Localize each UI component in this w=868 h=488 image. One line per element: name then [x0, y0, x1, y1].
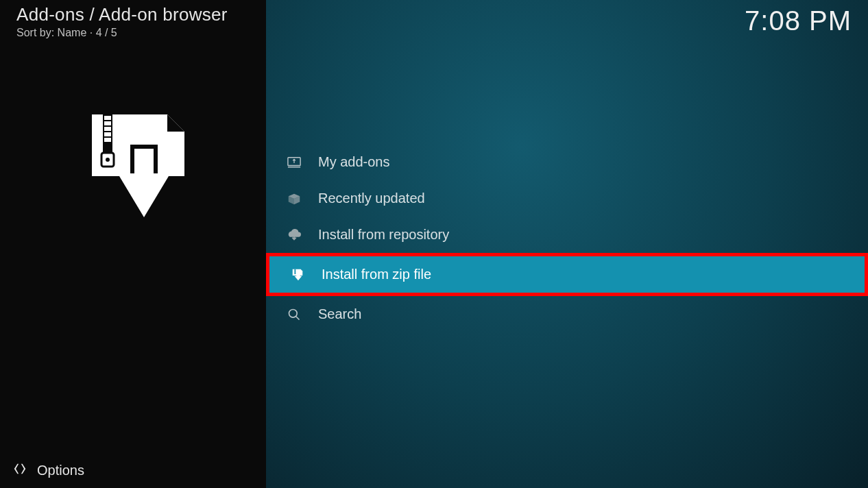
annotation-highlight: Install from zip file [266, 253, 868, 296]
zip-download-icon [289, 268, 306, 282]
search-icon [285, 308, 303, 321]
svg-rect-2 [104, 121, 111, 125]
header: Add-ons / Add-on browser Sort by: Name ·… [0, 0, 266, 39]
monitor-addon-icon [285, 156, 303, 169]
menu-item-label: Recently updated [318, 191, 425, 206]
svg-rect-1 [104, 116, 111, 120]
svg-point-17 [289, 309, 298, 317]
clock: 7:08 PM [745, 5, 852, 36]
svg-point-7 [106, 158, 110, 162]
menu-item-label: Install from zip file [322, 267, 431, 282]
sort-line: Sort by: Name · 4 / 5 [16, 27, 252, 39]
cloud-download-icon [285, 228, 303, 242]
open-box-icon [285, 191, 303, 206]
svg-rect-4 [104, 132, 111, 136]
main-panel: 7:08 PM My add-ons Recently updated [266, 0, 868, 488]
sort-value: Name [58, 27, 87, 38]
menu-item-my-addons[interactable]: My add-ons [266, 144, 868, 180]
menu-item-recently-updated[interactable]: Recently updated [266, 180, 868, 217]
svg-rect-5 [104, 138, 111, 142]
svg-line-18 [296, 316, 300, 319]
options-button[interactable]: Options [12, 461, 84, 480]
menu-item-install-repository[interactable]: Install from repository [266, 217, 868, 253]
sort-prefix: Sort by: [16, 27, 54, 38]
menu-item-label: My add-ons [318, 154, 390, 170]
sidebar: Add-ons / Add-on browser Sort by: Name ·… [0, 0, 266, 488]
menu-item-search[interactable]: Search [266, 296, 868, 332]
menu-item-label: Search [318, 306, 361, 322]
menu-list: My add-ons Recently updated Install from… [266, 144, 868, 332]
sidebar-preview-image [0, 108, 266, 231]
menu-item-label: Install from repository [318, 227, 449, 243]
options-icon [12, 461, 27, 480]
svg-rect-3 [104, 127, 111, 131]
menu-item-install-zip[interactable]: Install from zip file [269, 256, 865, 293]
svg-rect-16 [294, 269, 296, 273]
options-label: Options [37, 463, 84, 478]
list-position: 4 / 5 [96, 27, 117, 38]
sort-separator: · [90, 27, 96, 38]
breadcrumb: Add-ons / Add-on browser [16, 4, 252, 25]
